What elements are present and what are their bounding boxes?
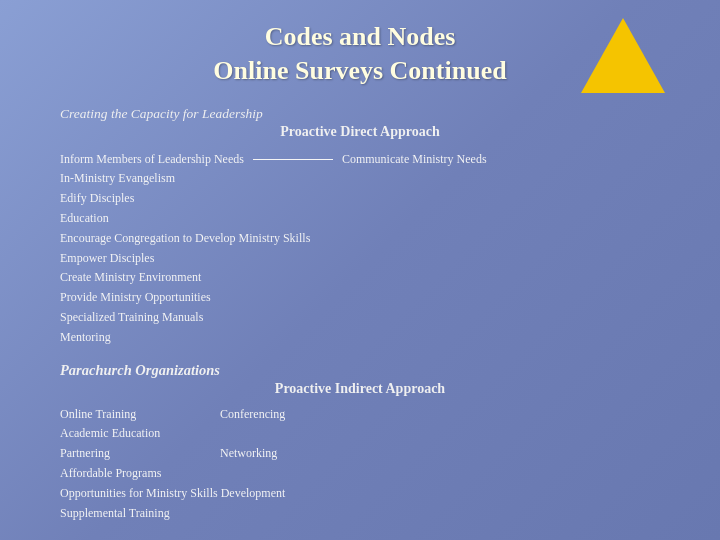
triangle-decoration (581, 18, 665, 93)
slide: Codes and Nodes Online Surveys Continued… (0, 0, 720, 540)
section2-heading: Parachurch Organizations (60, 362, 660, 379)
row5: Opportunities for Ministry Skills Develo… (60, 484, 660, 504)
list-item: Provide Ministry Opportunities (60, 288, 487, 308)
list-item: Mentoring (60, 328, 487, 348)
right-label: Communicate Ministry Needs (342, 152, 487, 166)
row3-col2: Networking (220, 444, 660, 464)
row2-col2 (220, 424, 660, 444)
row2-col1: Academic Education (60, 424, 220, 444)
list-item: Inform Members of Leadership Needs Commu… (60, 150, 487, 170)
list-item: Empower Disciples (60, 249, 487, 269)
section1-content-row: Inform Members of Leadership Needs Commu… (60, 150, 660, 348)
list-item: Education (60, 209, 487, 229)
list-item: In-Ministry Evangelism (60, 169, 487, 189)
title-section: Codes and Nodes Online Surveys Continued (60, 20, 660, 88)
list-item: Create Ministry Environment (60, 268, 487, 288)
row1-col2: Conferencing (220, 405, 660, 425)
row1-col1: Online Training (60, 405, 220, 425)
row6: Supplemental Training (60, 504, 660, 524)
section1-area: Creating the Capacity for Leadership Pro… (60, 106, 660, 348)
list-item: Encourage Congregation to Develop Minist… (60, 229, 487, 249)
section2-subheading: Proactive Indirect Approach (60, 381, 660, 397)
section2-area: Parachurch Organizations Proactive Indir… (60, 362, 660, 524)
row4: Affordable Programs (60, 464, 660, 484)
list-item: Specialized Training Manuals (60, 308, 487, 328)
section1-heading: Creating the Capacity for Leadership (60, 106, 660, 122)
row3-col1: Partnering (60, 444, 220, 464)
connector-line (253, 159, 333, 160)
section1-left-list: Inform Members of Leadership Needs Commu… (60, 150, 487, 348)
section2-grid: Online Training Conferencing Academic Ed… (60, 405, 660, 464)
section1-subheading: Proactive Direct Approach (60, 124, 660, 140)
list-item: Edify Disciples (60, 189, 487, 209)
main-title: Codes and Nodes Online Surveys Continued (60, 20, 660, 88)
